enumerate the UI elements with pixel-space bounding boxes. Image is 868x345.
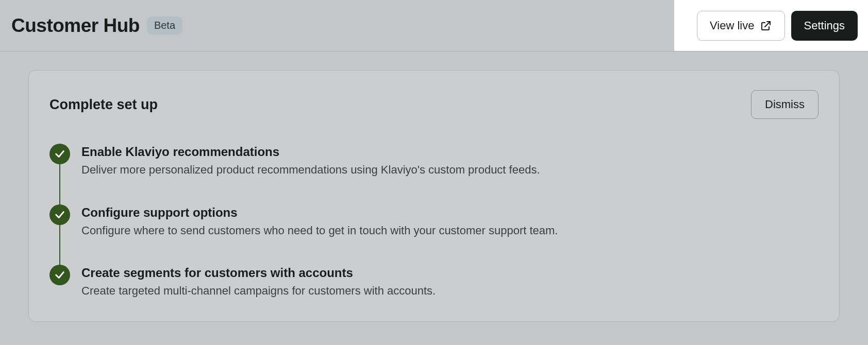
header-left: Customer Hub Beta: [0, 15, 182, 37]
step-title: Create segments for customers with accou…: [81, 266, 436, 280]
page-header: Customer Hub Beta View live Settings: [0, 0, 868, 51]
external-link-icon: [760, 20, 772, 32]
card-header: Complete set up Dismiss: [49, 90, 819, 119]
setup-steps-list: Enable Klaviyo recommendations Deliver m…: [49, 144, 819, 299]
step-title: Enable Klaviyo recommendations: [81, 145, 540, 159]
step-complete-marker: [49, 144, 70, 164]
step-description: Configure where to send customers who ne…: [81, 223, 558, 238]
step-title: Configure support options: [81, 205, 558, 220]
page-title: Customer Hub: [11, 15, 140, 37]
setup-step[interactable]: Create segments for customers with accou…: [49, 265, 819, 299]
view-live-button[interactable]: View live: [697, 11, 784, 41]
step-body: Create segments for customers with accou…: [81, 265, 436, 299]
header-actions: View live Settings: [674, 0, 868, 51]
card-title: Complete set up: [49, 97, 158, 113]
setup-card: Complete set up Dismiss Enable Klaviyo r…: [28, 70, 840, 322]
check-icon: [54, 148, 65, 160]
setup-step[interactable]: Configure support options Configure wher…: [49, 204, 819, 265]
beta-badge: Beta: [147, 16, 182, 34]
settings-label: Settings: [804, 19, 845, 32]
step-body: Enable Klaviyo recommendations Deliver m…: [81, 144, 540, 178]
settings-button[interactable]: Settings: [791, 11, 858, 41]
view-live-label: View live: [710, 19, 754, 32]
main-content: Complete set up Dismiss Enable Klaviyo r…: [0, 51, 868, 322]
step-description: Create targeted multi-channel campaigns …: [81, 283, 436, 299]
step-body: Configure support options Configure wher…: [81, 204, 558, 238]
check-icon: [54, 209, 65, 220]
step-complete-marker: [49, 265, 70, 285]
step-description: Deliver more personalized product recomm…: [81, 162, 540, 178]
setup-step[interactable]: Enable Klaviyo recommendations Deliver m…: [49, 144, 819, 204]
dismiss-button[interactable]: Dismiss: [751, 90, 819, 119]
step-complete-marker: [49, 204, 70, 225]
check-icon: [54, 269, 65, 281]
